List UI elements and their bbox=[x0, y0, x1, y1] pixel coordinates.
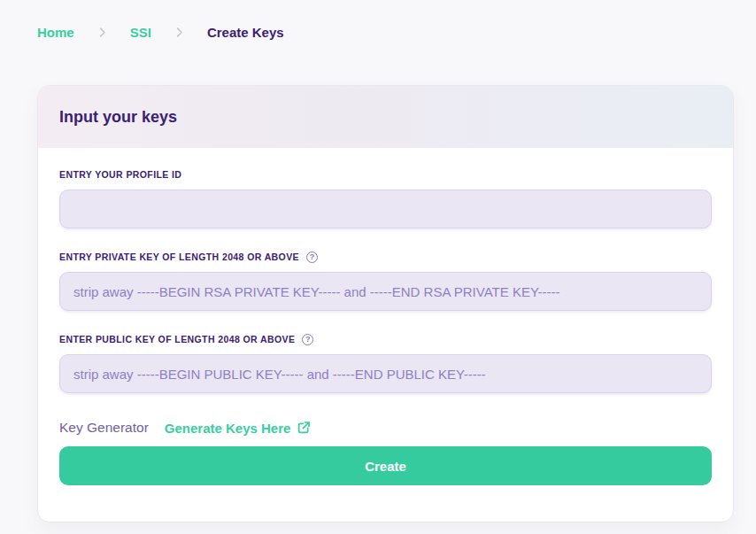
key-generator-label: Key Generator bbox=[59, 420, 149, 436]
breadcrumb: Home SSI Create Keys bbox=[37, 24, 734, 40]
breadcrumb-item-current: Create Keys bbox=[207, 25, 284, 40]
breadcrumb-item-ssi[interactable]: SSI bbox=[130, 25, 151, 40]
card-body: ENTRY YOUR PROFILE ID ENTRY PRIVATE KEY … bbox=[38, 148, 733, 522]
external-link-icon bbox=[297, 421, 311, 435]
generate-keys-link-label: Generate Keys Here bbox=[165, 421, 291, 436]
profile-id-label: ENTRY YOUR PROFILE ID bbox=[59, 169, 181, 181]
page: Home SSI Create Keys Input your keys ENT… bbox=[0, 0, 756, 522]
private-key-label-row: ENTRY PRIVATE KEY OF LENGTH 2048 OR ABOV… bbox=[59, 252, 712, 263]
chevron-right-icon bbox=[173, 26, 186, 39]
public-key-label-row: ENTER PUBLIC KEY OF LENGTH 2048 OR ABOVE… bbox=[59, 334, 712, 345]
generate-keys-link[interactable]: Generate Keys Here bbox=[165, 421, 312, 436]
help-icon[interactable]: ? bbox=[306, 252, 318, 263]
card-title: Input your keys bbox=[59, 108, 177, 127]
key-generator-row: Key Generator Generate Keys Here bbox=[59, 420, 712, 436]
create-keys-card: Input your keys ENTRY YOUR PROFILE ID EN… bbox=[37, 85, 734, 522]
private-key-input[interactable] bbox=[59, 272, 712, 311]
create-button[interactable]: Create bbox=[59, 446, 712, 485]
profile-id-field-group: ENTRY YOUR PROFILE ID bbox=[59, 169, 712, 228]
private-key-field-group: ENTRY PRIVATE KEY OF LENGTH 2048 OR ABOV… bbox=[59, 252, 712, 311]
public-key-input[interactable] bbox=[59, 354, 712, 393]
public-key-label: ENTER PUBLIC KEY OF LENGTH 2048 OR ABOVE bbox=[59, 334, 295, 345]
public-key-field-group: ENTER PUBLIC KEY OF LENGTH 2048 OR ABOVE… bbox=[59, 334, 712, 393]
profile-id-input[interactable] bbox=[59, 190, 712, 228]
chevron-right-icon bbox=[96, 26, 109, 39]
breadcrumb-item-home[interactable]: Home bbox=[37, 25, 74, 40]
private-key-label: ENTRY PRIVATE KEY OF LENGTH 2048 OR ABOV… bbox=[59, 252, 299, 263]
profile-id-label-row: ENTRY YOUR PROFILE ID bbox=[59, 169, 712, 181]
card-header: Input your keys bbox=[38, 86, 733, 148]
help-icon[interactable]: ? bbox=[302, 334, 313, 345]
